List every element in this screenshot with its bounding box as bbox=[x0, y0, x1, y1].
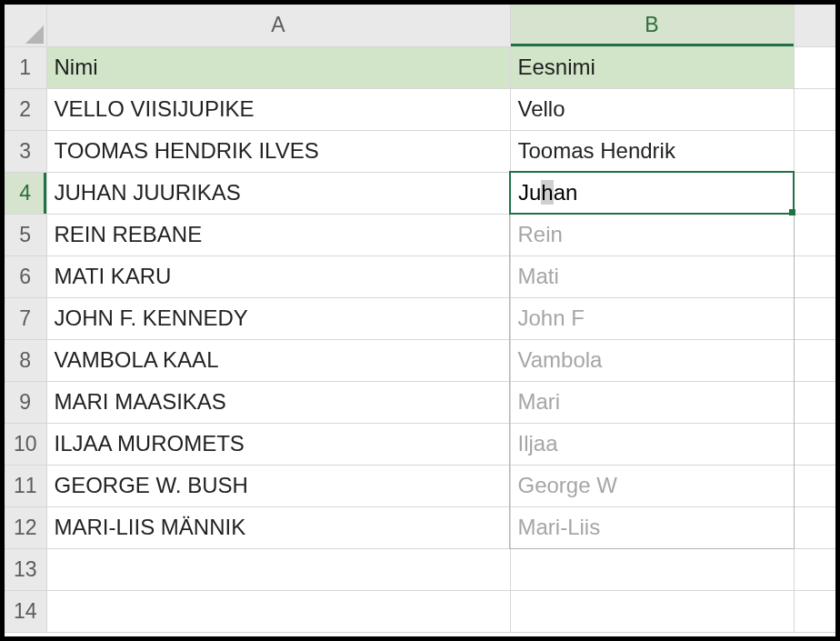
table-row: 8VAMBOLA KAALVambola bbox=[5, 339, 835, 381]
cell-A10[interactable]: ILJAA MUROMETS bbox=[46, 423, 510, 465]
cell-B8[interactable]: Vambola bbox=[510, 339, 794, 381]
table-row: 13 bbox=[5, 548, 835, 590]
cell-A6[interactable]: MATI KARU bbox=[46, 255, 510, 297]
cell-B12[interactable]: Mari-Liis bbox=[510, 506, 794, 548]
row-header-12[interactable]: 12 bbox=[5, 506, 46, 548]
cell-B13[interactable] bbox=[510, 548, 794, 590]
cell-A1[interactable]: Nimi bbox=[46, 46, 510, 88]
select-all-triangle-icon bbox=[25, 25, 44, 44]
table-row: 3TOOMAS HENDRIK ILVESToomas Hendrik bbox=[5, 130, 835, 172]
table-row: 10ILJAA MUROMETSIljaa bbox=[5, 423, 835, 465]
table-row: 2VELLO VIISIJUPIKEVello bbox=[5, 88, 835, 130]
cell-B5[interactable]: Rein bbox=[510, 214, 794, 255]
cell-B9[interactable]: Mari bbox=[510, 381, 794, 423]
column-header-A[interactable]: A bbox=[46, 5, 510, 46]
cell-A7[interactable]: JOHN F. KENNEDY bbox=[46, 297, 510, 339]
cell-B3[interactable]: Toomas Hendrik bbox=[510, 130, 794, 172]
column-header-B[interactable]: B bbox=[510, 5, 794, 46]
cell-C2[interactable] bbox=[794, 88, 835, 130]
row-header-14[interactable]: 14 bbox=[5, 590, 46, 632]
cell-B6[interactable]: Mati bbox=[510, 255, 794, 297]
row-header-5[interactable]: 5 bbox=[5, 214, 46, 255]
cell-C1[interactable] bbox=[794, 46, 835, 88]
table-row: 12MARI-LIIS MÄNNIKMari-Liis bbox=[5, 506, 835, 548]
row-header-1[interactable]: 1 bbox=[5, 46, 46, 88]
cell-B7[interactable]: John F bbox=[510, 297, 794, 339]
table-row: 11GEORGE W. BUSHGeorge W bbox=[5, 465, 835, 506]
table-row: 7JOHN F. KENNEDYJohn F bbox=[5, 297, 835, 339]
row-header-9[interactable]: 9 bbox=[5, 381, 46, 423]
cell-C12[interactable] bbox=[794, 506, 835, 548]
row-header-11[interactable]: 11 bbox=[5, 465, 46, 506]
row-header-2[interactable]: 2 bbox=[5, 88, 46, 130]
table-row: 5REIN REBANERein bbox=[5, 214, 835, 255]
row-header-7[interactable]: 7 bbox=[5, 297, 46, 339]
row-header-6[interactable]: 6 bbox=[5, 255, 46, 297]
cell-B2[interactable]: Vello bbox=[510, 88, 794, 130]
cell-A14[interactable] bbox=[46, 590, 510, 632]
table-row: 9MARI MAASIKASMari bbox=[5, 381, 835, 423]
cell-B10[interactable]: Iljaa bbox=[510, 423, 794, 465]
cell-A2[interactable]: VELLO VIISIJUPIKE bbox=[46, 88, 510, 130]
cell-A8[interactable]: VAMBOLA KAAL bbox=[46, 339, 510, 381]
cell-A4[interactable]: JUHAN JUURIKAS bbox=[46, 172, 510, 214]
cell-B1[interactable]: Eesnimi bbox=[510, 46, 794, 88]
cell-A5[interactable]: REIN REBANE bbox=[46, 214, 510, 255]
table-row: 1NimiEesnimi bbox=[5, 46, 835, 88]
cell-C10[interactable] bbox=[794, 423, 835, 465]
cell-C5[interactable] bbox=[794, 214, 835, 255]
row-header-10[interactable]: 10 bbox=[5, 423, 46, 465]
table-row: 14 bbox=[5, 590, 835, 632]
cell-C7[interactable] bbox=[794, 297, 835, 339]
row-header-13[interactable]: 13 bbox=[5, 548, 46, 590]
cell-B14[interactable] bbox=[510, 590, 794, 632]
cell-C14[interactable] bbox=[794, 590, 835, 632]
cell-C8[interactable] bbox=[794, 339, 835, 381]
worksheet-grid[interactable]: AB1NimiEesnimi2VELLO VIISIJUPIKEVello3TO… bbox=[5, 5, 835, 633]
cell-C13[interactable] bbox=[794, 548, 835, 590]
cell-A12[interactable]: MARI-LIIS MÄNNIK bbox=[46, 506, 510, 548]
row-header-3[interactable]: 3 bbox=[5, 130, 46, 172]
cell-B4[interactable] bbox=[510, 172, 794, 214]
cell-C9[interactable] bbox=[794, 381, 835, 423]
cell-A13[interactable] bbox=[46, 548, 510, 590]
column-header-extra[interactable] bbox=[794, 5, 835, 46]
row-header-4[interactable]: 4 bbox=[5, 172, 46, 214]
cell-C11[interactable] bbox=[794, 465, 835, 506]
cell-A9[interactable]: MARI MAASIKAS bbox=[46, 381, 510, 423]
row-header-8[interactable]: 8 bbox=[5, 339, 46, 381]
cell-A3[interactable]: TOOMAS HENDRIK ILVES bbox=[46, 130, 510, 172]
table-row: 4JUHAN JUURIKAS bbox=[5, 172, 835, 214]
select-all-corner[interactable] bbox=[5, 5, 46, 46]
cell-A11[interactable]: GEORGE W. BUSH bbox=[46, 465, 510, 506]
cell-B11[interactable]: George W bbox=[510, 465, 794, 506]
cell-C4[interactable] bbox=[794, 172, 835, 214]
spreadsheet-viewport: AB1NimiEesnimi2VELLO VIISIJUPIKEVello3TO… bbox=[5, 5, 835, 636]
cell-C3[interactable] bbox=[794, 130, 835, 172]
cell-C6[interactable] bbox=[794, 255, 835, 297]
table-row: 6MATI KARUMati bbox=[5, 255, 835, 297]
